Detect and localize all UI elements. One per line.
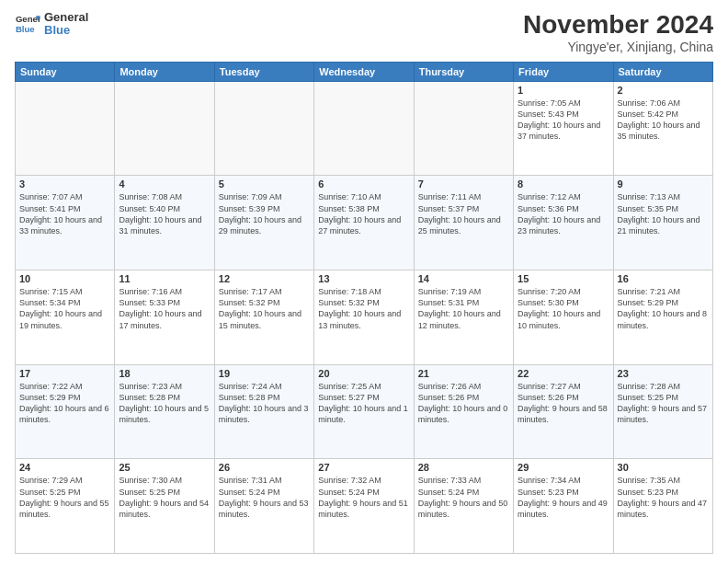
day-info: Sunrise: 7:09 AM Sunset: 5:39 PM Dayligh… xyxy=(219,191,310,236)
calendar-subtitle: Yingye'er, Xinjiang, China xyxy=(523,40,713,54)
day-info: Sunrise: 7:16 AM Sunset: 5:33 PM Dayligh… xyxy=(119,286,210,331)
calendar-cell: 17Sunrise: 7:22 AM Sunset: 5:29 PM Dayli… xyxy=(16,364,115,459)
calendar-cell: 4Sunrise: 7:08 AM Sunset: 5:40 PM Daylig… xyxy=(115,176,214,270)
col-thursday: Thursday xyxy=(414,62,513,81)
calendar-cell: 10Sunrise: 7:15 AM Sunset: 5:34 PM Dayli… xyxy=(16,270,115,365)
day-number: 29 xyxy=(518,462,609,473)
day-info: Sunrise: 7:35 AM Sunset: 5:23 PM Dayligh… xyxy=(618,475,709,520)
day-info: Sunrise: 7:12 AM Sunset: 5:36 PM Dayligh… xyxy=(518,191,609,236)
day-info: Sunrise: 7:24 AM Sunset: 5:28 PM Dayligh… xyxy=(219,381,310,426)
day-number: 17 xyxy=(19,368,110,379)
day-number: 18 xyxy=(119,368,210,379)
logo-line2: Blue xyxy=(44,24,88,37)
calendar-cell: 27Sunrise: 7:32 AM Sunset: 5:24 PM Dayli… xyxy=(314,459,414,554)
day-number: 28 xyxy=(418,462,509,473)
day-info: Sunrise: 7:08 AM Sunset: 5:40 PM Dayligh… xyxy=(119,191,210,236)
calendar-cell: 5Sunrise: 7:09 AM Sunset: 5:39 PM Daylig… xyxy=(214,176,313,270)
calendar-cell: 30Sunrise: 7:35 AM Sunset: 5:23 PM Dayli… xyxy=(613,459,712,554)
calendar-title: November 2024 xyxy=(523,11,713,40)
week-row-3: 10Sunrise: 7:15 AM Sunset: 5:34 PM Dayli… xyxy=(16,270,713,365)
day-number: 26 xyxy=(219,462,310,473)
calendar-cell: 14Sunrise: 7:19 AM Sunset: 5:31 PM Dayli… xyxy=(414,270,513,365)
header: General Blue General Blue November 2024 … xyxy=(15,11,713,54)
svg-text:Blue: Blue xyxy=(16,24,35,34)
calendar-cell xyxy=(414,81,513,176)
day-info: Sunrise: 7:13 AM Sunset: 5:35 PM Dayligh… xyxy=(618,191,709,236)
day-number: 23 xyxy=(618,368,709,379)
week-row-1: 1Sunrise: 7:05 AM Sunset: 5:43 PM Daylig… xyxy=(16,81,713,176)
calendar-cell: 11Sunrise: 7:16 AM Sunset: 5:33 PM Dayli… xyxy=(115,270,214,365)
col-saturday: Saturday xyxy=(613,62,712,81)
day-info: Sunrise: 7:26 AM Sunset: 5:26 PM Dayligh… xyxy=(418,381,509,426)
day-number: 15 xyxy=(518,273,609,284)
day-info: Sunrise: 7:05 AM Sunset: 5:43 PM Dayligh… xyxy=(518,98,609,143)
col-monday: Monday xyxy=(115,62,214,81)
day-number: 6 xyxy=(318,178,409,190)
day-number: 21 xyxy=(418,368,509,379)
day-number: 27 xyxy=(318,462,409,473)
day-number: 24 xyxy=(19,462,110,473)
day-number: 9 xyxy=(618,178,709,190)
calendar-cell: 16Sunrise: 7:21 AM Sunset: 5:29 PM Dayli… xyxy=(613,270,712,365)
calendar-cell: 25Sunrise: 7:30 AM Sunset: 5:25 PM Dayli… xyxy=(115,459,214,554)
calendar-cell xyxy=(16,81,115,176)
col-sunday: Sunday xyxy=(16,62,115,81)
calendar-cell: 9Sunrise: 7:13 AM Sunset: 5:35 PM Daylig… xyxy=(613,176,712,270)
calendar-cell: 15Sunrise: 7:20 AM Sunset: 5:30 PM Dayli… xyxy=(514,270,613,365)
calendar-cell: 29Sunrise: 7:34 AM Sunset: 5:23 PM Dayli… xyxy=(514,459,613,554)
day-info: Sunrise: 7:30 AM Sunset: 5:25 PM Dayligh… xyxy=(119,475,210,520)
day-number: 5 xyxy=(219,178,310,190)
day-number: 10 xyxy=(19,273,110,284)
svg-text:General: General xyxy=(16,15,40,25)
day-number: 19 xyxy=(219,368,310,379)
day-info: Sunrise: 7:31 AM Sunset: 5:24 PM Dayligh… xyxy=(219,475,310,520)
day-info: Sunrise: 7:33 AM Sunset: 5:24 PM Dayligh… xyxy=(418,475,509,520)
day-info: Sunrise: 7:34 AM Sunset: 5:23 PM Dayligh… xyxy=(518,475,609,520)
calendar-cell: 19Sunrise: 7:24 AM Sunset: 5:28 PM Dayli… xyxy=(214,364,313,459)
header-row: Sunday Monday Tuesday Wednesday Thursday… xyxy=(16,62,713,81)
calendar-cell: 26Sunrise: 7:31 AM Sunset: 5:24 PM Dayli… xyxy=(214,459,313,554)
calendar-cell xyxy=(115,81,214,176)
calendar-cell xyxy=(214,81,313,176)
day-number: 3 xyxy=(19,178,110,190)
day-number: 22 xyxy=(518,368,609,379)
day-info: Sunrise: 7:18 AM Sunset: 5:32 PM Dayligh… xyxy=(318,286,409,331)
calendar-cell: 6Sunrise: 7:10 AM Sunset: 5:38 PM Daylig… xyxy=(314,176,414,270)
day-info: Sunrise: 7:28 AM Sunset: 5:25 PM Dayligh… xyxy=(618,381,709,426)
day-info: Sunrise: 7:27 AM Sunset: 5:26 PM Dayligh… xyxy=(518,381,609,426)
day-info: Sunrise: 7:11 AM Sunset: 5:37 PM Dayligh… xyxy=(418,191,509,236)
calendar-cell: 7Sunrise: 7:11 AM Sunset: 5:37 PM Daylig… xyxy=(414,176,513,270)
day-info: Sunrise: 7:23 AM Sunset: 5:28 PM Dayligh… xyxy=(119,381,210,426)
calendar-table: Sunday Monday Tuesday Wednesday Thursday… xyxy=(15,62,713,554)
calendar-cell: 12Sunrise: 7:17 AM Sunset: 5:32 PM Dayli… xyxy=(214,270,313,365)
calendar-cell: 8Sunrise: 7:12 AM Sunset: 5:36 PM Daylig… xyxy=(514,176,613,270)
week-row-5: 24Sunrise: 7:29 AM Sunset: 5:25 PM Dayli… xyxy=(16,459,713,554)
calendar-cell: 23Sunrise: 7:28 AM Sunset: 5:25 PM Dayli… xyxy=(613,364,712,459)
day-number: 12 xyxy=(219,273,310,284)
calendar-cell: 24Sunrise: 7:29 AM Sunset: 5:25 PM Dayli… xyxy=(16,459,115,554)
day-info: Sunrise: 7:06 AM Sunset: 5:42 PM Dayligh… xyxy=(618,98,709,143)
day-info: Sunrise: 7:07 AM Sunset: 5:41 PM Dayligh… xyxy=(19,191,110,236)
logo-line1: General xyxy=(44,11,88,24)
day-info: Sunrise: 7:20 AM Sunset: 5:30 PM Dayligh… xyxy=(518,286,609,331)
calendar-cell: 18Sunrise: 7:23 AM Sunset: 5:28 PM Dayli… xyxy=(115,364,214,459)
week-row-2: 3Sunrise: 7:07 AM Sunset: 5:41 PM Daylig… xyxy=(16,176,713,270)
day-number: 1 xyxy=(518,85,609,96)
day-number: 20 xyxy=(318,368,409,379)
day-info: Sunrise: 7:15 AM Sunset: 5:34 PM Dayligh… xyxy=(19,286,110,331)
logo: General Blue General Blue xyxy=(15,11,88,38)
calendar-cell: 20Sunrise: 7:25 AM Sunset: 5:27 PM Dayli… xyxy=(314,364,414,459)
day-info: Sunrise: 7:19 AM Sunset: 5:31 PM Dayligh… xyxy=(418,286,509,331)
calendar-cell: 13Sunrise: 7:18 AM Sunset: 5:32 PM Dayli… xyxy=(314,270,414,365)
day-info: Sunrise: 7:21 AM Sunset: 5:29 PM Dayligh… xyxy=(618,286,709,331)
day-info: Sunrise: 7:22 AM Sunset: 5:29 PM Dayligh… xyxy=(19,381,110,426)
day-number: 7 xyxy=(418,178,509,190)
day-number: 4 xyxy=(119,178,210,190)
calendar-cell: 28Sunrise: 7:33 AM Sunset: 5:24 PM Dayli… xyxy=(414,459,513,554)
day-number: 8 xyxy=(518,178,609,190)
col-tuesday: Tuesday xyxy=(214,62,313,81)
day-number: 11 xyxy=(119,273,210,284)
calendar-cell: 21Sunrise: 7:26 AM Sunset: 5:26 PM Dayli… xyxy=(414,364,513,459)
day-number: 13 xyxy=(318,273,409,284)
calendar-cell: 1Sunrise: 7:05 AM Sunset: 5:43 PM Daylig… xyxy=(514,81,613,176)
